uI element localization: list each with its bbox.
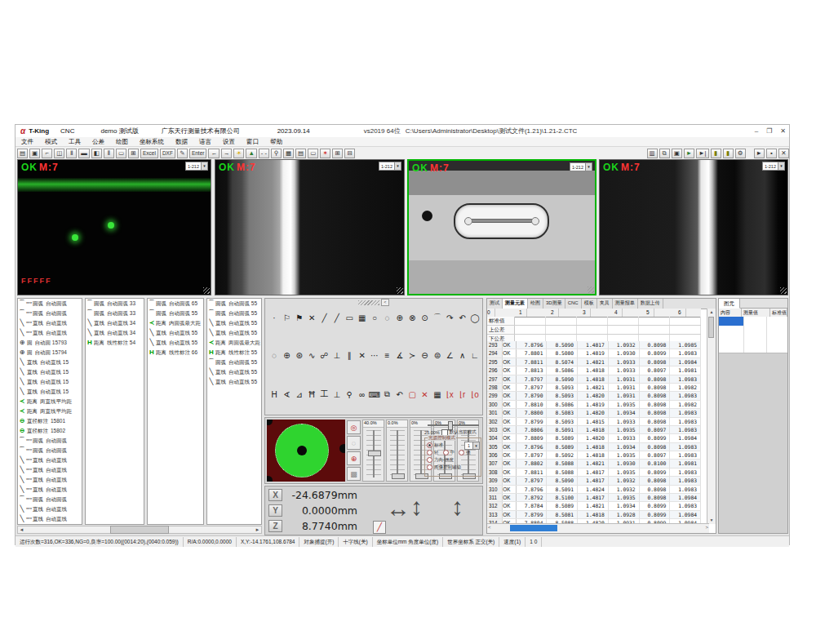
element-list-item[interactable]: ⌒圆弧自动圆弧 33 [86, 309, 144, 318]
result-row[interactable]: 303 OK 7.8806 8.5091 1.4818 1.0935 0.809… [487, 426, 701, 434]
selected-info-cell[interactable] [719, 317, 743, 326]
element-list-item[interactable]: ╲直线自动直线 15 [18, 367, 82, 377]
result-row[interactable]: 294 OK 7.8801 8.5080 1.4819 1.0930 0.809… [487, 349, 701, 358]
ring-outer-button[interactable]: ◌ [347, 436, 361, 450]
toolbar-button[interactable]: - - [259, 149, 269, 158]
tolerance-row[interactable]: 标准值 [487, 317, 701, 326]
master-intensity-slider[interactable] [426, 420, 481, 429]
run-toolbar-button[interactable]: ▥ [647, 149, 658, 158]
element-list-item[interactable]: ╲直线自动直线 55 [207, 328, 261, 338]
slider-track[interactable] [420, 430, 422, 477]
jog-xy-horizontal-arrows-icon[interactable]: ↔ [386, 496, 410, 521]
direction-radio[interactable] [427, 457, 432, 463]
measure-tool-button[interactable]: ∢ [281, 389, 292, 400]
toolbar-button[interactable]: ◫ [54, 149, 64, 158]
results-tab[interactable]: CNC [565, 299, 582, 309]
element-list-item[interactable]: ╲直线自动直线 15 [18, 377, 82, 387]
measure-tool-button[interactable]: ⊖ [419, 349, 431, 361]
result-row[interactable]: 296 OK 7.8813 8.5086 1.4818 1.0933 0.809… [487, 366, 701, 375]
level-radio[interactable] [443, 450, 449, 455]
resize-grip-icon[interactable] [780, 287, 787, 294]
toolbar-button[interactable]: ⚲ [271, 149, 282, 158]
element-list-item[interactable]: ╲直线自动直线 15 [18, 358, 82, 367]
element-list-item[interactable]: ╲直线自动直线 55 [207, 377, 261, 387]
element-list-item[interactable]: ╲直线自动直线 34 [86, 328, 144, 338]
measure-tool-button[interactable]: ∿ [306, 349, 317, 361]
toolbar-button[interactable]: Excel [140, 149, 158, 158]
chevron-down-icon[interactable]: ▾ [394, 162, 401, 170]
toolbar-button[interactable]: ▤ [17, 149, 28, 158]
resize-grip-icon[interactable] [588, 286, 594, 293]
results-tab[interactable]: 测试 [487, 299, 503, 309]
camera-view-2[interactable]: OKM:7 1-212▾ [215, 159, 405, 295]
measure-tool-button[interactable]: ⌨ [369, 389, 380, 400]
result-row[interactable]: 304 OK 7.8809 8.5089 1.4820 1.0933 0.809… [487, 434, 701, 442]
results-tab[interactable]: 数据上传 [638, 299, 663, 309]
scroll-right-arrow-icon[interactable]: > [705, 525, 708, 530]
element-list-item[interactable]: ╲直线自动直线 55 [207, 318, 261, 328]
measure-tool-button[interactable]: Ħ [306, 389, 317, 400]
measure-tool-button[interactable]: ∠ [444, 349, 455, 361]
toolbar-button[interactable]: DXF [160, 149, 175, 158]
measure-tool-button[interactable]: ⊥ [331, 389, 343, 400]
element-list-item[interactable]: ≺距离两直线平均距 [18, 406, 82, 416]
run-toolbar-button[interactable]: ▮ [723, 149, 734, 158]
scrollbar-thumb[interactable] [110, 526, 169, 534]
channel-combo[interactable]: 1▾ [464, 442, 480, 450]
toolbar-button[interactable]: ▤ [295, 149, 306, 158]
element-list-item[interactable]: ╲***直线自动直线 [18, 465, 82, 475]
element-list-item[interactable]: ≺距离两圆弧最大距 [207, 338, 261, 348]
element-list-item[interactable]: ⌒圆弧自动圆弧 55 [207, 299, 261, 309]
measure-tool-button[interactable]: ◯ [469, 312, 481, 323]
menu-item[interactable]: 窗口 [241, 138, 264, 146]
element-list-item[interactable]: ╲直线自动直线 55 [148, 328, 203, 338]
minimize-button[interactable]: – [755, 127, 758, 135]
menu-item[interactable]: 文件 [16, 138, 39, 146]
result-row[interactable]: 297 OK 7.8797 8.5090 1.4818 1.0931 0.809… [487, 375, 701, 384]
measure-tool-button[interactable]: ⌊o [469, 389, 481, 400]
run-toolbar-button[interactable]: ⧉ [659, 149, 670, 158]
camera1-magnification-select[interactable]: 1-212▾ [185, 162, 208, 171]
chevron-down-icon[interactable]: ▾ [778, 162, 784, 170]
element-list-item[interactable]: ⌒圆弧自动圆弧 33 [86, 299, 144, 309]
measure-tool-button[interactable]: ≡ [381, 349, 392, 361]
measure-tool-button[interactable]: ⊛ [294, 349, 305, 361]
menu-item[interactable]: 设置 [217, 138, 241, 146]
drag-handle-icon[interactable] [358, 300, 379, 305]
camera-view-3-selected[interactable]: OKM:7 1-212▾ [407, 159, 596, 295]
element-list-item[interactable]: ≺距离内圆弧最大距 [148, 318, 203, 328]
menu-item[interactable]: 工具 [63, 138, 86, 146]
element-list-item[interactable]: ╲***直线自动直线 [18, 475, 82, 485]
measure-tool-button[interactable]: 工 [319, 389, 330, 400]
results-tab[interactable]: 绘图 [528, 299, 543, 309]
measure-tool-button[interactable]: ∡ [394, 349, 406, 361]
jog-z-arrows-icon[interactable]: ↕ [451, 491, 463, 522]
element-list-item[interactable]: ╲直线自动直线 55 [148, 338, 203, 348]
measure-tool-button[interactable]: ○ [369, 312, 380, 323]
measure-tool-button[interactable]: ✕ [419, 389, 431, 400]
measure-tool-button[interactable]: ▭ [344, 312, 355, 323]
element-list-item[interactable]: ⊕圆自动圆 15794 [18, 348, 82, 358]
scroll-up-arrow-icon[interactable]: ▲ [707, 309, 716, 316]
measure-tool-button[interactable]: ⊿ [294, 389, 305, 400]
scrollbar-thumb[interactable] [510, 525, 557, 531]
level-radio[interactable] [459, 450, 464, 455]
result-row[interactable]: 313 OK 7.8799 8.5081 1.4818 1.0928 0.809… [487, 511, 701, 519]
measure-tool-button[interactable]: ◌ [381, 312, 392, 323]
result-row[interactable]: 295 OK 7.8811 8.5074 1.4821 1.0933 0.809… [487, 358, 701, 366]
result-row[interactable]: 302 OK 7.8799 8.5093 1.4815 1.0933 0.809… [487, 418, 701, 426]
element-list-item[interactable]: ╲***直线自动直线 [18, 328, 82, 338]
measure-tool-button[interactable]: ✕ [306, 312, 317, 323]
results-tab[interactable]: 测量元素 [503, 299, 528, 309]
assist-radio[interactable] [427, 464, 432, 470]
results-tab[interactable]: 夹具 [597, 299, 613, 309]
scroll-left-arrow-icon[interactable]: < [488, 525, 491, 530]
x-axis-button[interactable]: X [268, 489, 282, 501]
ring-all-button[interactable]: ◎ [347, 420, 361, 434]
measure-tool-button[interactable]: ↶ [457, 312, 468, 323]
measure-tool-button[interactable]: ∥ [344, 349, 355, 361]
measure-tool-button[interactable]: ≻ [406, 349, 418, 361]
camera2-magnification-select[interactable]: 1-212▾ [379, 162, 401, 171]
toolbar-button[interactable]: ☀ [233, 149, 244, 158]
menu-item[interactable]: 公差 [86, 138, 110, 146]
